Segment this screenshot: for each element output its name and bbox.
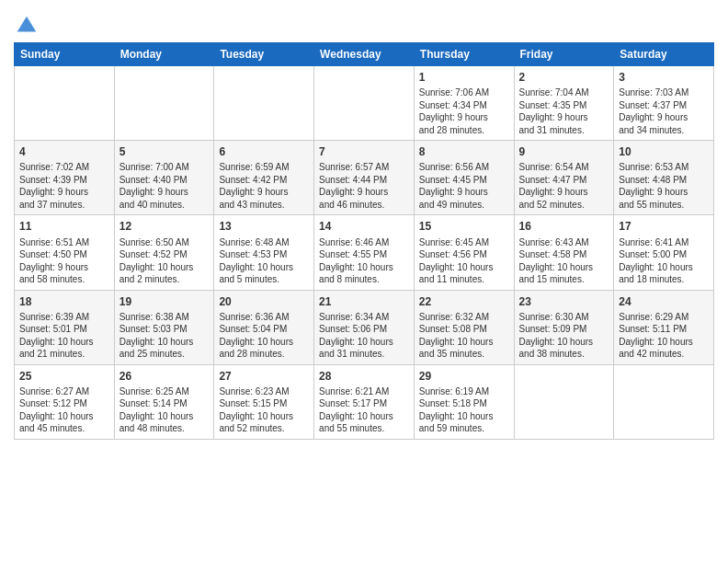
calendar-week-row: 11Sunrise: 6:51 AM Sunset: 4:50 PM Dayli… xyxy=(15,215,714,290)
calendar-header-monday: Monday xyxy=(114,43,214,66)
day-number: 13 xyxy=(219,219,309,234)
day-info: Sunrise: 6:23 AM Sunset: 5:15 PM Dayligh… xyxy=(219,385,309,435)
day-number: 16 xyxy=(519,219,609,234)
day-number: 29 xyxy=(419,369,509,384)
day-info: Sunrise: 7:04 AM Sunset: 4:35 PM Dayligh… xyxy=(519,86,609,136)
calendar-cell: 14Sunrise: 6:46 AM Sunset: 4:55 PM Dayli… xyxy=(314,215,415,290)
day-number: 8 xyxy=(419,144,509,159)
day-info: Sunrise: 6:27 AM Sunset: 5:12 PM Dayligh… xyxy=(19,385,109,435)
calendar-cell xyxy=(314,66,415,141)
calendar-cell: 17Sunrise: 6:41 AM Sunset: 5:00 PM Dayli… xyxy=(614,215,714,290)
day-info: Sunrise: 6:53 AM Sunset: 4:48 PM Dayligh… xyxy=(619,161,709,211)
day-info: Sunrise: 6:30 AM Sunset: 5:09 PM Dayligh… xyxy=(519,311,609,361)
day-number: 15 xyxy=(419,219,509,234)
day-info: Sunrise: 6:32 AM Sunset: 5:08 PM Dayligh… xyxy=(419,311,509,361)
calendar-cell: 15Sunrise: 6:45 AM Sunset: 4:56 PM Dayli… xyxy=(414,215,514,290)
day-info: Sunrise: 7:03 AM Sunset: 4:37 PM Dayligh… xyxy=(619,86,709,136)
svg-marker-0 xyxy=(17,17,37,32)
calendar-cell: 26Sunrise: 6:25 AM Sunset: 5:14 PM Dayli… xyxy=(114,364,214,439)
calendar-cell: 7Sunrise: 6:57 AM Sunset: 4:44 PM Daylig… xyxy=(314,141,415,215)
calendar-cell: 29Sunrise: 6:19 AM Sunset: 5:18 PM Dayli… xyxy=(414,364,514,439)
calendar-cell xyxy=(114,66,214,141)
day-info: Sunrise: 7:02 AM Sunset: 4:39 PM Dayligh… xyxy=(19,161,109,211)
day-info: Sunrise: 6:48 AM Sunset: 4:53 PM Dayligh… xyxy=(219,236,309,286)
calendar-cell: 16Sunrise: 6:43 AM Sunset: 4:58 PM Dayli… xyxy=(514,215,614,290)
day-info: Sunrise: 6:41 AM Sunset: 5:00 PM Dayligh… xyxy=(619,236,709,286)
calendar: SundayMondayTuesdayWednesdayThursdayFrid… xyxy=(14,42,714,440)
calendar-week-row: 4Sunrise: 7:02 AM Sunset: 4:39 PM Daylig… xyxy=(15,141,714,215)
calendar-cell: 25Sunrise: 6:27 AM Sunset: 5:12 PM Dayli… xyxy=(15,364,115,439)
calendar-cell: 3Sunrise: 7:03 AM Sunset: 4:37 PM Daylig… xyxy=(614,66,714,141)
calendar-cell: 9Sunrise: 6:54 AM Sunset: 4:47 PM Daylig… xyxy=(514,141,614,215)
calendar-header-row: SundayMondayTuesdayWednesdayThursdayFrid… xyxy=(15,43,714,66)
day-info: Sunrise: 6:45 AM Sunset: 4:56 PM Dayligh… xyxy=(419,236,509,286)
calendar-cell: 21Sunrise: 6:34 AM Sunset: 5:06 PM Dayli… xyxy=(314,290,415,364)
day-info: Sunrise: 7:06 AM Sunset: 4:34 PM Dayligh… xyxy=(419,86,509,136)
calendar-cell: 18Sunrise: 6:39 AM Sunset: 5:01 PM Dayli… xyxy=(15,290,115,364)
calendar-cell: 1Sunrise: 7:06 AM Sunset: 4:34 PM Daylig… xyxy=(414,66,514,141)
logo xyxy=(14,13,43,39)
day-info: Sunrise: 6:39 AM Sunset: 5:01 PM Dayligh… xyxy=(19,311,109,361)
day-number: 14 xyxy=(319,219,409,234)
day-number: 24 xyxy=(619,294,709,309)
day-info: Sunrise: 7:00 AM Sunset: 4:40 PM Dayligh… xyxy=(119,161,210,211)
day-info: Sunrise: 6:57 AM Sunset: 4:44 PM Dayligh… xyxy=(319,161,409,211)
day-number: 6 xyxy=(219,144,309,159)
day-info: Sunrise: 6:51 AM Sunset: 4:50 PM Dayligh… xyxy=(19,236,109,286)
header xyxy=(14,9,714,39)
calendar-cell: 5Sunrise: 7:00 AM Sunset: 4:40 PM Daylig… xyxy=(114,141,214,215)
day-number: 17 xyxy=(619,219,709,234)
day-number: 27 xyxy=(219,369,309,384)
day-number: 28 xyxy=(319,369,409,384)
calendar-header-tuesday: Tuesday xyxy=(214,43,314,66)
day-number: 18 xyxy=(19,294,109,309)
day-info: Sunrise: 6:29 AM Sunset: 5:11 PM Dayligh… xyxy=(619,311,709,361)
calendar-cell: 6Sunrise: 6:59 AM Sunset: 4:42 PM Daylig… xyxy=(214,141,314,215)
calendar-cell: 19Sunrise: 6:38 AM Sunset: 5:03 PM Dayli… xyxy=(114,290,214,364)
calendar-cell: 13Sunrise: 6:48 AM Sunset: 4:53 PM Dayli… xyxy=(214,215,314,290)
calendar-cell xyxy=(614,364,714,439)
day-number: 25 xyxy=(19,369,109,384)
calendar-cell: 12Sunrise: 6:50 AM Sunset: 4:52 PM Dayli… xyxy=(114,215,214,290)
day-info: Sunrise: 6:54 AM Sunset: 4:47 PM Dayligh… xyxy=(519,161,609,211)
calendar-cell: 4Sunrise: 7:02 AM Sunset: 4:39 PM Daylig… xyxy=(15,141,115,215)
calendar-week-row: 18Sunrise: 6:39 AM Sunset: 5:01 PM Dayli… xyxy=(15,290,714,364)
day-info: Sunrise: 6:19 AM Sunset: 5:18 PM Dayligh… xyxy=(419,385,509,435)
day-info: Sunrise: 6:59 AM Sunset: 4:42 PM Dayligh… xyxy=(219,161,309,211)
calendar-cell: 8Sunrise: 6:56 AM Sunset: 4:45 PM Daylig… xyxy=(414,141,514,215)
day-number: 4 xyxy=(19,144,109,159)
day-info: Sunrise: 6:43 AM Sunset: 4:58 PM Dayligh… xyxy=(519,236,609,286)
calendar-cell: 27Sunrise: 6:23 AM Sunset: 5:15 PM Dayli… xyxy=(214,364,314,439)
calendar-header-friday: Friday xyxy=(514,43,614,66)
calendar-cell xyxy=(15,66,115,141)
calendar-cell: 2Sunrise: 7:04 AM Sunset: 4:35 PM Daylig… xyxy=(514,66,614,141)
day-number: 12 xyxy=(119,219,210,234)
calendar-cell: 24Sunrise: 6:29 AM Sunset: 5:11 PM Dayli… xyxy=(614,290,714,364)
day-info: Sunrise: 6:34 AM Sunset: 5:06 PM Dayligh… xyxy=(319,311,409,361)
day-number: 7 xyxy=(319,144,409,159)
calendar-cell xyxy=(214,66,314,141)
day-number: 22 xyxy=(419,294,509,309)
calendar-header-wednesday: Wednesday xyxy=(314,43,415,66)
day-number: 10 xyxy=(619,144,709,159)
calendar-cell: 11Sunrise: 6:51 AM Sunset: 4:50 PM Dayli… xyxy=(15,215,115,290)
day-info: Sunrise: 6:36 AM Sunset: 5:04 PM Dayligh… xyxy=(219,311,309,361)
day-number: 20 xyxy=(219,294,309,309)
calendar-cell: 28Sunrise: 6:21 AM Sunset: 5:17 PM Dayli… xyxy=(314,364,415,439)
day-number: 5 xyxy=(119,144,210,159)
day-number: 11 xyxy=(19,219,109,234)
calendar-cell: 23Sunrise: 6:30 AM Sunset: 5:09 PM Dayli… xyxy=(514,290,614,364)
day-info: Sunrise: 6:21 AM Sunset: 5:17 PM Dayligh… xyxy=(319,385,409,435)
day-info: Sunrise: 6:50 AM Sunset: 4:52 PM Dayligh… xyxy=(119,236,210,286)
day-number: 21 xyxy=(319,294,409,309)
calendar-week-row: 1Sunrise: 7:06 AM Sunset: 4:34 PM Daylig… xyxy=(15,66,714,141)
calendar-header-sunday: Sunday xyxy=(15,43,115,66)
calendar-header-thursday: Thursday xyxy=(414,43,514,66)
day-number: 1 xyxy=(419,70,509,85)
calendar-week-row: 25Sunrise: 6:27 AM Sunset: 5:12 PM Dayli… xyxy=(15,364,714,439)
day-number: 26 xyxy=(119,369,210,384)
day-number: 19 xyxy=(119,294,210,309)
calendar-cell: 10Sunrise: 6:53 AM Sunset: 4:48 PM Dayli… xyxy=(614,141,714,215)
day-info: Sunrise: 6:38 AM Sunset: 5:03 PM Dayligh… xyxy=(119,311,210,361)
calendar-header-saturday: Saturday xyxy=(614,43,714,66)
